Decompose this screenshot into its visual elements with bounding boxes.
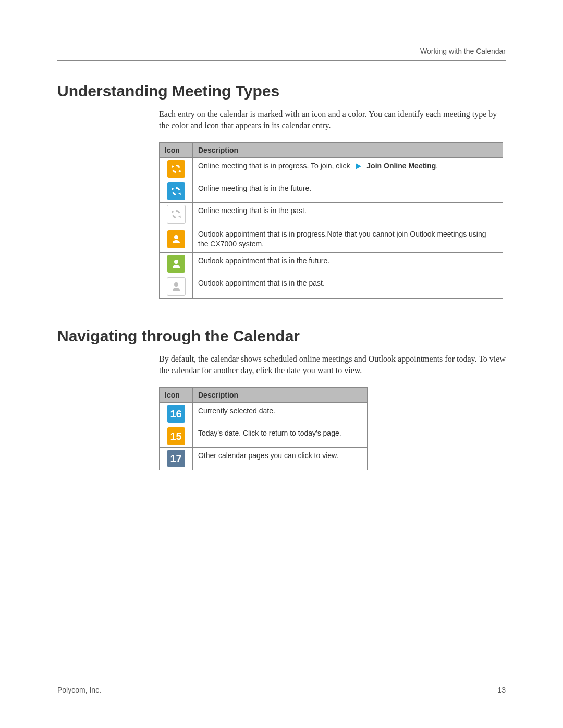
page-footer: Polycom, Inc. 13 [57, 686, 506, 694]
table-header-description: Description [193, 388, 368, 403]
person-icon [167, 277, 186, 296]
calendar-navigation-table: Icon Description 16 Currently selected d… [159, 387, 368, 470]
section-title-understanding: Understanding Meeting Types [57, 82, 506, 100]
table-row: Outlook appointment that is in the past. [160, 275, 503, 298]
refresh-icon [167, 160, 185, 178]
play-arrow-icon [354, 162, 362, 170]
header-rule [57, 60, 506, 61]
date-tile-icon: 16 [167, 405, 185, 423]
date-tile-icon: 15 [167, 427, 185, 445]
desc-suffix: . [436, 162, 438, 170]
table-row: Online meeting that is in progress. To j… [160, 158, 503, 180]
table-cell-description: Online meeting that is in the past. [193, 203, 503, 226]
table-row: 15 Today's date. Click to return to toda… [160, 425, 368, 448]
table-cell-description: Other calendar pages you can click to vi… [193, 448, 368, 470]
table-row: 16 Currently selected date. [160, 403, 368, 425]
meeting-types-table: Icon Description Online meeting that is … [159, 142, 503, 299]
table-cell-description: Today's date. Click to return to today's… [193, 425, 368, 448]
table-cell-description: Outlook appointment that is in progress.… [193, 226, 503, 253]
table-cell-description: Online meeting that is in the future. [193, 180, 503, 203]
table-header-description: Description [193, 143, 503, 158]
document-page: Working with the Calendar Understanding … [0, 0, 563, 728]
refresh-icon [167, 182, 185, 200]
footer-company: Polycom, Inc. [57, 686, 101, 694]
table-cell-description: Outlook appointment that is in the futur… [193, 252, 503, 275]
running-header: Working with the Calendar [57, 47, 506, 55]
section1-intro: Each entry on the calendar is marked wit… [159, 108, 506, 131]
table-row: Outlook appointment that is in progress.… [160, 226, 503, 253]
date-tile-icon: 17 [167, 450, 185, 467]
refresh-icon [167, 205, 186, 224]
table-row: Outlook appointment that is in the futur… [160, 252, 503, 275]
table-row: Online meeting that is in the future. [160, 180, 503, 203]
footer-page-number: 13 [497, 686, 506, 694]
table-row: 17 Other calendar pages you can click to… [160, 448, 368, 470]
person-icon [167, 230, 185, 248]
section2-intro: By default, the calendar shows scheduled… [159, 353, 506, 376]
table-cell-description: Online meeting that is in progress. To j… [193, 158, 503, 180]
table-cell-description: Currently selected date. [193, 403, 368, 425]
table-row: Online meeting that is in the past. [160, 203, 503, 226]
table-header-icon: Icon [160, 388, 193, 403]
join-online-meeting-label: Join Online Meeting [366, 162, 436, 170]
table-cell-description: Outlook appointment that is in the past. [193, 275, 503, 298]
table-header-icon: Icon [160, 143, 193, 158]
section-title-navigating: Navigating through the Calendar [57, 327, 506, 345]
person-icon [167, 255, 185, 273]
desc-text: Online meeting that is in progress. To j… [198, 162, 350, 170]
